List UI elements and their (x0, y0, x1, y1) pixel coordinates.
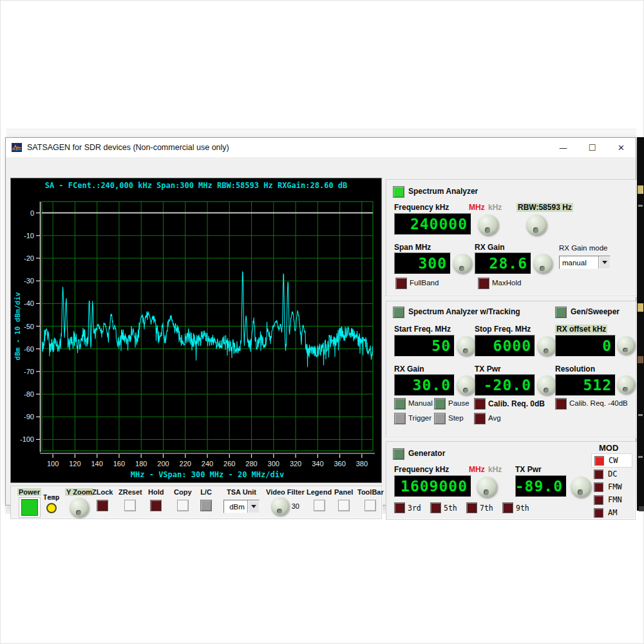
mod-item-cw[interactable]: CW (591, 453, 632, 468)
manual-label: Manual (408, 399, 433, 407)
rx-offset-knob[interactable] (617, 336, 635, 354)
generator-checkbox[interactable] (393, 448, 404, 460)
video-filter-label: Video Filter (266, 488, 305, 496)
hold-checkbox[interactable] (150, 500, 162, 511)
mod-fmw-checkbox[interactable] (594, 482, 603, 492)
gen-frequency-knob[interactable] (477, 477, 497, 497)
mod-fmn-checkbox[interactable] (594, 495, 603, 505)
spectrum-display: SA - FCent.:240,000 kHz Span:300 MHz RBW… (10, 178, 382, 483)
yzoom-control: Y Zoom (65, 488, 93, 517)
spectrum-plot[interactable]: 0-10-20-30-40-50-60-70-80-90-10010012014… (11, 195, 381, 482)
tsa-unit-label: TSA Unit (222, 488, 261, 496)
span-label: Span MHz (394, 243, 431, 252)
video-filter-knob[interactable] (271, 497, 289, 515)
pause-checkbox[interactable] (434, 398, 446, 410)
spectrum-header: SA - FCent.:240,000 kHz Span:300 MHz RBW… (11, 181, 381, 190)
span-display[interactable]: 300 (394, 252, 451, 274)
tsa-unit-dropdown[interactable]: dBm (223, 500, 260, 513)
frequency-knob[interactable] (478, 214, 498, 235)
maxhold-checkbox[interactable] (478, 278, 489, 289)
legend-control: Legend (307, 488, 332, 511)
svg-text:-70: -70 (24, 368, 34, 375)
frequency-display[interactable]: 240000 (394, 213, 471, 235)
rx-gain-mode-label: RX Gain mode (559, 244, 607, 252)
stop-freq-display[interactable]: 6000 (475, 335, 535, 357)
temp-indicator (46, 503, 57, 513)
gen-mhz-unit-label[interactable]: MHz (469, 465, 485, 474)
mhz-unit-label[interactable]: MHz (469, 203, 485, 212)
mod-dc-checkbox[interactable] (594, 469, 603, 479)
tracking-title: Spectrum Analyzer w/Tracking (408, 307, 520, 316)
rx-offset-display[interactable]: 0 (555, 335, 616, 357)
stop-freq-label: Stop Freq. MHz (475, 325, 531, 334)
avg-checkbox[interactable] (474, 413, 486, 424)
span-knob[interactable] (453, 254, 472, 273)
tracking-checkbox[interactable] (393, 307, 404, 318)
stop-freq-knob[interactable] (537, 336, 556, 355)
rx-gain-knob[interactable] (533, 254, 553, 273)
tracking-rx-gain-display[interactable]: 30.0 (394, 374, 455, 396)
temp-label: Temp (43, 493, 59, 501)
dropdown-arrow-icon[interactable] (247, 500, 259, 513)
start-freq-knob[interactable] (457, 336, 476, 355)
harmonic-9th-checkbox[interactable] (502, 502, 513, 513)
maximize-icon[interactable]: ☐ (578, 138, 607, 157)
gen-tx-pwr-display[interactable]: -89.0 (515, 475, 567, 497)
video-filter-control: Video Filter 30 (266, 488, 305, 515)
svg-text:120: 120 (69, 460, 80, 468)
rbw-knob[interactable] (526, 214, 547, 235)
spectrum-analyzer-title: Spectrum Analyzer (408, 187, 478, 196)
zreset-button[interactable] (124, 500, 136, 511)
legend-button[interactable] (314, 500, 325, 511)
manual-checkbox[interactable] (394, 398, 406, 410)
resolution-display[interactable]: 512 (555, 374, 616, 396)
desktop-icon-label (638, 414, 643, 416)
harmonic-7th-checkbox[interactable] (466, 502, 477, 513)
mod-item-fmw[interactable]: FMW (591, 480, 632, 493)
minimize-icon[interactable]: — (549, 138, 578, 157)
calib-40db-checkbox[interactable] (555, 398, 567, 410)
lc-checkbox[interactable] (200, 500, 212, 511)
mod-item-fmn[interactable]: FMN (591, 493, 632, 506)
panel-tracking: Spectrum Analyzer w/Tracking Gen/Sweeper… (386, 301, 636, 437)
gen-frequency-display[interactable]: 1609000 (394, 475, 471, 497)
khz-unit-label[interactable]: kHz (488, 203, 502, 212)
spectrum-analyzer-checkbox[interactable] (393, 186, 404, 198)
resolution-knob[interactable] (617, 375, 635, 393)
close-icon[interactable]: ✕ (607, 138, 636, 157)
harmonic-3rd-checkbox[interactable] (394, 502, 405, 513)
tracking-tx-pwr-knob[interactable] (537, 375, 556, 395)
toolbar-toggle-button[interactable] (365, 500, 376, 511)
mod-item-am[interactable]: AM (591, 506, 632, 519)
calib-0db-checkbox[interactable] (474, 398, 486, 410)
tracking-tx-pwr-display[interactable]: -20.0 (475, 374, 535, 396)
mod-cw-checkbox[interactable] (594, 456, 604, 466)
app-window: SATSAGEN for SDR devices (Non-commercial… (5, 137, 636, 506)
dropdown-arrow-icon[interactable] (598, 256, 610, 269)
power-button[interactable] (19, 497, 41, 518)
rx-gain-mode-dropdown[interactable]: manual (559, 256, 611, 269)
trigger-checkbox[interactable] (394, 413, 406, 424)
step-checkbox[interactable] (434, 413, 446, 424)
zlock-checkbox[interactable] (97, 500, 108, 511)
tracking-tx-pwr-label: TX Pwr (475, 365, 501, 374)
panel-button[interactable] (338, 500, 350, 511)
screenshot-root: SATSAGEN for SDR devices (Non-commercial… (0, 0, 644, 644)
harmonic-5th-checkbox[interactable] (430, 502, 441, 513)
gen-tx-pwr-knob[interactable] (571, 477, 591, 497)
gen-khz-unit-label[interactable]: kHz (488, 465, 502, 474)
panel-spectrum-analyzer: Spectrum Analyzer Frequency kHz MHz kHz … (386, 179, 636, 296)
panel-label: Panel (334, 488, 353, 496)
yzoom-knob[interactable] (70, 498, 89, 517)
gen-sweeper-checkbox[interactable] (555, 307, 567, 318)
pause-label: Pause (448, 399, 469, 407)
rx-gain-display[interactable]: 28.6 (475, 252, 531, 274)
mod-item-dc[interactable]: DC (591, 468, 632, 480)
start-freq-display[interactable]: 50 (394, 335, 455, 357)
tracking-rx-gain-knob[interactable] (457, 375, 476, 395)
panel-control: Panel (334, 488, 353, 511)
gen-frequency-value: 1609000 (401, 479, 471, 494)
fullband-checkbox[interactable] (395, 278, 407, 289)
copy-button[interactable] (177, 500, 189, 511)
mod-am-checkbox[interactable] (594, 508, 603, 518)
